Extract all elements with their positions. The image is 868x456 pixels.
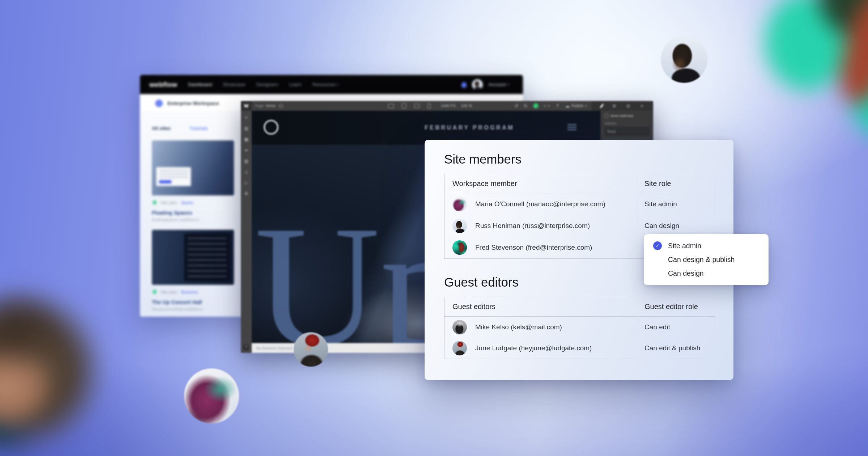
site-card: Site plan: Starter ··· Floating Spaces f…	[152, 140, 234, 222]
thumbnail-overlay-panel	[184, 233, 230, 281]
marketing-composite: webflow Dashboard Showcase Designers Lea…	[0, 0, 868, 456]
account-menu[interactable]: Account▾	[488, 82, 509, 87]
guest-editors-table: Guest editors Guest editor role Mike Kel…	[444, 297, 715, 359]
workspace-name[interactable]: Enterprise Workspace	[167, 101, 219, 106]
avatar	[452, 197, 467, 211]
table-row-member: Fred Stevenson (fred@interprise.com)	[444, 237, 637, 258]
selection-row: None Selected	[604, 114, 650, 118]
tab-all-sites[interactable]: All sites	[152, 126, 171, 131]
dropdown-item-label: Can design & publish	[668, 256, 735, 264]
designer-topbar: W Page: Home 1440 PX 100 % ↺ ↻ ✓ < >	[241, 101, 653, 111]
nav-item-learn[interactable]: Learn	[289, 82, 302, 87]
column-header-site-role: Site role	[637, 174, 715, 193]
right-panel-tabs: ⚙ +	[592, 101, 653, 111]
add-element-icon[interactable]: +	[244, 115, 248, 120]
floating-avatar-man	[661, 36, 707, 83]
thumbnail-button-chip	[159, 180, 171, 183]
column-header-guest-editors: Guest editors	[444, 297, 637, 317]
thumbnail-overlay-panel	[156, 167, 191, 186]
webflow-w-logo[interactable]: W	[241, 101, 252, 111]
site-subtitle: theupconcerthall.webflow.io	[152, 307, 234, 311]
check-placeholder	[653, 255, 662, 264]
add-panel-icon[interactable]: +	[640, 103, 644, 109]
hamburger-menu-icon[interactable]	[567, 124, 576, 132]
plan-link[interactable]: Starter	[181, 200, 194, 205]
member-display: June Ludgate (heyjune@ludgate.com)	[475, 344, 592, 352]
member-display: Mike Kelso (kels@mail.com)	[475, 323, 562, 331]
help-icon[interactable]: ?	[243, 344, 249, 350]
chevron-down-icon: ▾	[508, 83, 509, 86]
code-export-icon[interactable]: < >	[544, 104, 550, 108]
dropdown-item-can-design-publish[interactable]: Can design & publish	[653, 253, 769, 266]
dropdown-item-can-design[interactable]: Can design	[653, 266, 769, 280]
site-title[interactable]: Floating Spaces	[152, 210, 234, 216]
site-meta-row: Site plan: Starter ···	[152, 200, 234, 205]
mobile-breakpoint-icon[interactable]	[427, 104, 431, 109]
more-options-icon[interactable]: ···	[229, 290, 234, 295]
account-avatar[interactable]	[472, 79, 483, 90]
table-row-member: Maria O'Connell (mariaoc@interprise.com)	[444, 193, 637, 215]
selector-label: Selector	[604, 122, 650, 125]
more-options-icon[interactable]: ···	[229, 200, 234, 205]
nav-item-resources-label: Resources	[312, 82, 336, 87]
site-title[interactable]: The Up Concert Hall	[152, 299, 234, 305]
site-thumbnail[interactable]	[152, 140, 234, 195]
table-row-guest: Mike Kelso (kels@mail.com)	[444, 317, 637, 338]
interactions-icon[interactable]	[626, 104, 630, 108]
landscape-breakpoint-icon[interactable]	[414, 104, 420, 108]
settings-gear-icon[interactable]: ⚙	[612, 104, 616, 109]
dropdown-item-site-admin[interactable]: ✓ Site admin	[653, 239, 769, 253]
webflow-logo[interactable]: webflow	[149, 81, 177, 89]
publish-cloud-icon: ☁	[565, 103, 570, 109]
pages-icon[interactable]: ▤	[244, 126, 248, 131]
tab-tutorials[interactable]: Tutorials	[190, 126, 208, 131]
site-settings-icon[interactable]: ⚙	[244, 191, 248, 196]
desktop-breakpoint-icon[interactable]	[388, 104, 394, 108]
designer-left-toolbar: + ▤ ▦ ≡ ▧ ◇ ▷ ⚙	[241, 111, 252, 353]
dashboard-navbar: webflow Dashboard Showcase Designers Lea…	[140, 75, 523, 94]
tablet-breakpoint-icon[interactable]	[402, 103, 406, 109]
role-cell[interactable]: Can edit & publish	[637, 338, 715, 359]
nav-item-designers[interactable]: Designers	[256, 82, 278, 87]
page-prefix: Page:	[255, 104, 264, 108]
floating-avatar-magenta-woman	[184, 368, 239, 423]
site-role-dropdown: ✓ Site admin Can design & publish Can de…	[644, 234, 769, 285]
nav-item-resources[interactable]: Resources▾	[312, 82, 339, 87]
site-card: Site plan: Business ··· The Up Concert H…	[152, 230, 234, 311]
role-cell[interactable]: Can design	[637, 215, 715, 237]
publish-button[interactable]: ☁ Publish ▾	[565, 103, 587, 109]
plan-status-icon	[152, 289, 157, 295]
cms-icon[interactable]: ▧	[244, 159, 248, 164]
avatar	[452, 240, 467, 255]
redo-icon[interactable]: ↻	[524, 103, 528, 109]
dropdown-item-label: Site admin	[668, 242, 701, 250]
plan-link[interactable]: Business	[181, 290, 198, 294]
plan-prefix: Site plan:	[161, 290, 178, 294]
components-icon[interactable]: ≡	[244, 148, 248, 153]
undo-icon[interactable]: ↺	[514, 103, 518, 109]
notifications-bell-icon[interactable]	[461, 82, 467, 87]
checkbox-icon[interactable]	[604, 114, 608, 118]
canvas-zoom-value[interactable]: 100 %	[461, 104, 472, 108]
workspace-icon	[155, 100, 163, 107]
selected-check-icon: ✓	[653, 241, 662, 250]
avatar	[452, 320, 467, 334]
none-selected-label: None Selected	[610, 114, 633, 118]
column-header-guest-editor-role: Guest editor role	[637, 297, 715, 317]
nav-item-showcase[interactable]: Showcase	[223, 82, 245, 87]
page-selector[interactable]: Page: Home	[255, 104, 283, 108]
canvas-width-value[interactable]: 1440 PX	[441, 104, 456, 108]
style-brush-icon[interactable]	[600, 104, 604, 108]
selector-input[interactable]: None	[604, 127, 650, 136]
nav-item-dashboard[interactable]: Dashboard	[188, 82, 212, 87]
video-icon[interactable]: ▷	[244, 180, 248, 185]
member-display: Russ Heniman (russ@interprise.com)	[475, 222, 590, 230]
assets-icon[interactable]: ◇	[244, 169, 248, 174]
role-cell[interactable]: Can edit	[637, 317, 715, 338]
share-export-icon[interactable]: ↑	[556, 103, 559, 109]
check-placeholder	[653, 269, 662, 278]
navigator-icon[interactable]: ▦	[244, 137, 248, 142]
role-cell[interactable]: Site admin	[637, 193, 715, 215]
member-display: Fred Stevenson (fred@interprise.com)	[475, 244, 592, 252]
site-thumbnail[interactable]	[152, 230, 234, 285]
